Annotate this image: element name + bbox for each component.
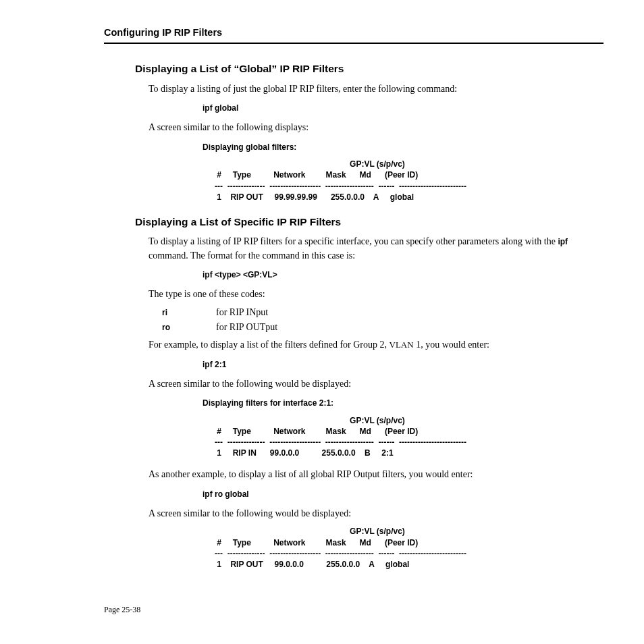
page-header: Configuring IP RIP Filters	[104, 26, 603, 44]
section2-table3: GP:VL (s/p/vc) # Type Network Mask Md (P…	[215, 526, 603, 570]
section1-p1: To display a listing of just the global …	[149, 82, 603, 96]
code-row-ro: rofor RIP OUTput	[162, 321, 603, 334]
section2-cmd2: ipf 2:1	[203, 359, 603, 371]
section2-p5: As another example, to display a list of…	[149, 468, 603, 481]
section1-cmd: ipf global	[203, 103, 603, 114]
page-number: Page 25-38	[104, 604, 140, 616]
section1-p2: A screen similar to the following displa…	[149, 121, 603, 134]
section2-table2: GP:VL (s/p/vc) # Type Network Mask Md (P…	[215, 415, 603, 459]
section2-title: Displaying a List of Specific IP RIP Fil…	[135, 215, 603, 230]
section1-label: Displaying global filters:	[203, 142, 603, 153]
code-row-ri: rifor RIP INput	[162, 306, 603, 319]
running-title: Configuring IP RIP Filters	[104, 27, 222, 38]
section2-cmd3: ipf ro global	[203, 489, 603, 500]
section2-p2: The type is one of these codes:	[149, 288, 603, 301]
section2-p3: For example, to display a list of the fi…	[149, 338, 603, 352]
section1-title: Displaying a List of “Global” IP RIP Fil…	[135, 61, 603, 76]
section2-codes: rifor RIP INput rofor RIP OUTput	[162, 306, 603, 335]
section2-p6: A screen similar to the following would …	[149, 507, 603, 520]
section1-table: GP:VL (s/p/vc) # Type Network Mask Md (P…	[215, 159, 603, 203]
section2-label2: Displaying filters for interface 2:1:	[203, 398, 603, 409]
section2-p1: To display a listing of IP RIP filters f…	[149, 235, 603, 263]
section2-cmd1: ipf <type> <GP:VL>	[203, 269, 603, 281]
section2-p4: A screen similar to the following would …	[149, 377, 603, 391]
